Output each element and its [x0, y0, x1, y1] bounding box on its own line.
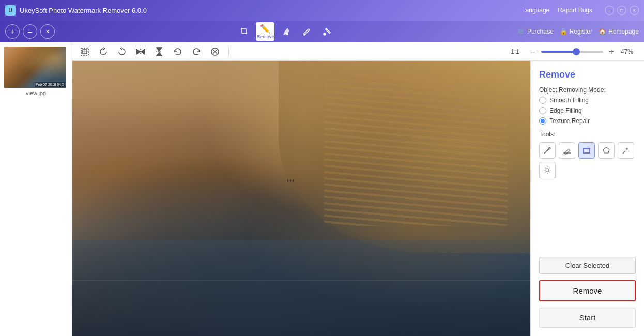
- nav-bar: + – × ✏️ Remove: [0, 21, 644, 42]
- rotate-ccw-tool-button[interactable]: [115, 44, 129, 59]
- thumbnail-image: Feb 07 2018 04:5: [4, 47, 66, 88]
- minimize-button[interactable]: –: [605, 6, 614, 15]
- svg-marker-7: [157, 52, 162, 56]
- texture-repair-label: Texture Repair: [549, 117, 590, 125]
- maximize-button[interactable]: □: [617, 6, 626, 15]
- object-removing-label: Object Removing Mode:: [539, 86, 636, 94]
- magic-wand-tool-button[interactable]: [618, 142, 634, 159]
- svg-marker-6: [157, 48, 162, 51]
- nav-tools: ✏️ Remove: [235, 22, 336, 41]
- clear-button[interactable]: [208, 44, 222, 59]
- content-row: Remove Object Removing Mode: Smooth Fill…: [72, 61, 644, 336]
- toolbar-row: 1:1 – + 47%: [72, 42, 644, 61]
- edge-filling-label: Edge Filling: [549, 107, 582, 114]
- svg-point-0: [324, 33, 326, 35]
- svg-rect-11: [584, 148, 590, 153]
- zoom-percent: 47%: [621, 48, 639, 55]
- title-bar: U UkeySoft Photo Watermark Remover 6.0.0…: [0, 0, 644, 21]
- register-label: Register: [570, 28, 593, 35]
- left-sidebar: Feb 07 2018 04:5 view.jpg: [0, 42, 72, 336]
- zoom-controls: – +: [528, 47, 617, 57]
- pen-tool-button[interactable]: [539, 142, 556, 159]
- image-area[interactable]: [72, 61, 530, 336]
- purchase-label: Purchase: [527, 28, 554, 35]
- close-button[interactable]: ×: [630, 6, 639, 15]
- start-button[interactable]: Start: [539, 308, 636, 328]
- homepage-icon: 🏠: [599, 28, 606, 35]
- remove-tool-icon: ✏️: [260, 24, 270, 34]
- thumbnail-name: view.jpg: [4, 90, 68, 96]
- main-area: Feb 07 2018 04:5 view.jpg: [0, 42, 644, 336]
- rotate-cw-tool-button[interactable]: [96, 44, 111, 59]
- svg-marker-3: [136, 49, 140, 54]
- language-menu[interactable]: Language: [522, 7, 549, 14]
- svg-marker-12: [603, 147, 609, 153]
- purchase-icon: 🛒: [517, 28, 525, 35]
- purchase-link[interactable]: 🛒 Purchase: [517, 28, 554, 35]
- water-overlay: [72, 240, 530, 336]
- register-link[interactable]: 🔒 Register: [560, 28, 593, 35]
- zoom-label: 1:1: [511, 48, 519, 55]
- crop-tool-button[interactable]: [235, 22, 254, 41]
- main-image: [72, 61, 530, 336]
- lasso-tool-button[interactable]: [598, 142, 615, 159]
- title-bar-right: Language Report Bugs – □ ×: [522, 6, 639, 15]
- remove-button[interactable]: Remove: [539, 280, 636, 301]
- nav-left: + – ×: [5, 24, 55, 39]
- edge-filling-option[interactable]: Edge Filling: [539, 107, 636, 114]
- flip-h-tool-button[interactable]: [133, 44, 148, 59]
- right-panel: Remove Object Removing Mode: Smooth Fill…: [530, 61, 644, 336]
- homepage-link[interactable]: 🏠 Homepage: [599, 28, 639, 35]
- undo-button[interactable]: [171, 44, 185, 59]
- eraser-tool-button[interactable]: [559, 142, 575, 159]
- transform-tool-button[interactable]: [78, 44, 92, 59]
- homepage-label: Homepage: [608, 28, 639, 35]
- cliff-stripes: [324, 75, 507, 226]
- nav-right: 🛒 Purchase 🔒 Register 🏠 Homepage: [517, 28, 639, 35]
- mode-radio-group: Smooth Filling Edge Filling Texture Repa…: [539, 97, 636, 125]
- nav-add-button[interactable]: +: [5, 24, 20, 39]
- panel-spacer: [539, 185, 636, 251]
- clear-selected-button[interactable]: Clear Selected: [539, 257, 636, 274]
- stamp-tool-button[interactable]: [318, 22, 336, 41]
- texture-repair-option[interactable]: Texture Repair: [539, 117, 636, 125]
- edge-filling-radio[interactable]: [539, 107, 546, 114]
- tools-section: Tools:: [539, 131, 636, 178]
- flip-v-tool-button[interactable]: [152, 44, 166, 59]
- smooth-filling-label: Smooth Filling: [549, 97, 589, 104]
- zoom-slider-thumb[interactable]: [573, 48, 580, 55]
- rect-tool-button[interactable]: [578, 142, 595, 159]
- app-title: UkeySoft Photo Watermark Remover 6.0.0: [20, 7, 147, 14]
- panel-title: Remove: [539, 69, 636, 80]
- remove-tool-button[interactable]: ✏️ Remove: [256, 22, 274, 41]
- svg-marker-4: [141, 49, 145, 54]
- texture-repair-radio[interactable]: [539, 117, 546, 125]
- report-bugs-menu[interactable]: Report Bugs: [558, 7, 592, 14]
- object-removing-section: Object Removing Mode: Smooth Filling Edg…: [539, 86, 636, 125]
- app-logo: U: [5, 5, 16, 16]
- remove-tool-label: Remove: [257, 34, 274, 39]
- toolbar-separator: [228, 47, 229, 57]
- svg-line-13: [623, 151, 625, 154]
- tools-row: [539, 142, 636, 178]
- nav-close-button[interactable]: ×: [40, 24, 55, 39]
- tools-label: Tools:: [539, 131, 636, 138]
- zoom-out-button[interactable]: –: [528, 47, 538, 57]
- smooth-filling-radio[interactable]: [539, 97, 546, 104]
- cliff-figures: [287, 179, 294, 182]
- thumbnail-date: Feb 07 2018 04:5: [35, 82, 65, 87]
- redo-button[interactable]: [189, 44, 204, 59]
- svg-point-14: [546, 169, 549, 172]
- window-controls: – □ ×: [605, 6, 639, 15]
- smart-select-tool-button[interactable]: [539, 162, 556, 178]
- zoom-in-button[interactable]: +: [606, 47, 617, 57]
- title-bar-left: U UkeySoft Photo Watermark Remover 6.0.0: [5, 5, 147, 16]
- horizon-line: [72, 280, 530, 281]
- register-icon: 🔒: [560, 28, 568, 35]
- thumbnail-item[interactable]: Feb 07 2018 04:5 view.jpg: [0, 42, 72, 100]
- smooth-filling-option[interactable]: Smooth Filling: [539, 97, 636, 104]
- zoom-slider[interactable]: [541, 51, 603, 53]
- nav-minimize-button[interactable]: –: [23, 24, 37, 39]
- fill-tool-button[interactable]: [277, 22, 295, 41]
- paint-tool-button[interactable]: [297, 22, 316, 41]
